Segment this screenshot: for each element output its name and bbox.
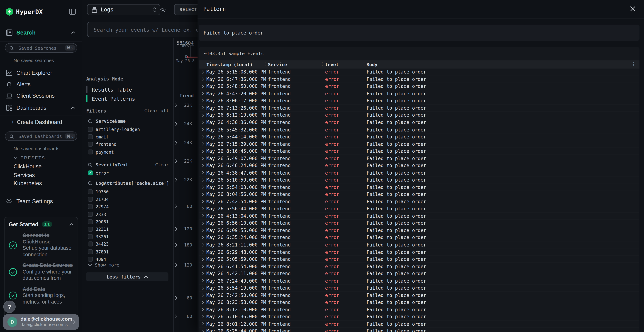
chevron-right-icon[interactable]	[174, 204, 178, 208]
row-expand-chevron-icon[interactable]	[198, 329, 206, 332]
filter-value-row[interactable]: 32311	[88, 226, 170, 233]
filter-value-row[interactable]: 2333	[88, 210, 170, 218]
checkbox[interactable]	[88, 127, 93, 132]
row-expand-chevron-icon[interactable]	[198, 228, 206, 232]
filter-value-row[interactable]: email	[88, 133, 170, 140]
sidebar-item-team-settings[interactable]: Team Settings	[0, 196, 82, 207]
checkbox[interactable]	[88, 190, 93, 194]
row-expand-chevron-icon[interactable]	[198, 163, 206, 168]
chevron-right-icon[interactable]	[174, 226, 178, 231]
table-row[interactable]: May 26 7:13:26.000 PM frontend error Fai…	[198, 105, 639, 112]
pattern-row[interactable]: 120	[174, 262, 198, 268]
row-expand-chevron-icon[interactable]	[198, 199, 206, 204]
table-row[interactable]: May 26 6:56:10.000 PM frontend error Fai…	[198, 220, 639, 227]
filter-value-row[interactable]: frontend	[88, 140, 170, 148]
pattern-row[interactable]: 22K	[174, 158, 198, 164]
pattern-row[interactable]: 60	[174, 294, 198, 301]
chevron-up-icon[interactable]	[71, 106, 76, 109]
table-row[interactable]: May 26 6:29:48.000 PM frontend error Fai…	[198, 249, 639, 256]
saved-searches-search[interactable]: ⌘K	[5, 43, 77, 52]
checkbox[interactable]	[88, 212, 93, 217]
table-row[interactable]: May 26 5:49:07.000 PM frontend error Fai…	[198, 155, 639, 162]
user-menu[interactable]: D dale@clickhouse.com dale@clickhouse.co…	[3, 314, 79, 330]
table-row[interactable]: May 26 8:01:12.000 PM frontend error Fai…	[198, 320, 639, 328]
chevron-right-icon[interactable]	[174, 140, 178, 145]
row-expand-chevron-icon[interactable]	[198, 300, 206, 305]
row-expand-chevron-icon[interactable]	[198, 70, 206, 74]
table-row[interactable]: May 26 5:54:03.000 PM frontend error Fai…	[198, 184, 639, 191]
row-expand-chevron-icon[interactable]	[198, 84, 206, 88]
filter-value-row[interactable]: 22974	[88, 203, 170, 210]
checkbox[interactable]	[88, 242, 93, 247]
chevron-right-icon[interactable]	[174, 121, 178, 126]
column-separator-icon[interactable]: ⋮	[263, 62, 267, 66]
table-row[interactable]: May 26 5:45:32.000 PM frontend error Fai…	[198, 126, 639, 133]
row-expand-chevron-icon[interactable]	[198, 134, 206, 139]
row-expand-chevron-icon[interactable]	[198, 242, 206, 247]
row-expand-chevron-icon[interactable]	[198, 185, 206, 190]
table-row[interactable]: May 26 7:42:54.000 PM frontend error Fai…	[198, 198, 639, 205]
table-row[interactable]: May 26 5:15:08.000 PM frontend error Fai…	[198, 68, 639, 76]
filter-value-row[interactable]: artillery-loadgen	[88, 126, 170, 133]
mode-results-table[interactable]: Results Table	[86, 85, 168, 94]
table-row[interactable]: May 26 8:23:58.000 PM frontend error Fai…	[198, 299, 639, 306]
row-expand-chevron-icon[interactable]	[198, 286, 206, 290]
checkbox[interactable]	[88, 204, 93, 209]
preset-clickhouse[interactable]: ClickHouse	[14, 164, 42, 170]
column-separator-icon[interactable]: ⋮	[362, 62, 366, 66]
source-select[interactable]: Logs	[87, 4, 160, 15]
pattern-row[interactable]: 22K	[174, 102, 198, 108]
row-expand-chevron-icon[interactable]	[198, 278, 206, 283]
filter-value-row[interactable]: 19350	[88, 188, 170, 196]
pattern-row[interactable]: 60	[174, 203, 198, 210]
table-row[interactable]: May 26 6:47:36.000 PM frontend error Fai…	[198, 76, 639, 83]
row-expand-chevron-icon[interactable]	[198, 142, 206, 146]
row-expand-chevron-icon[interactable]	[198, 170, 206, 175]
pattern-row[interactable]: 120	[174, 226, 198, 232]
sidebar-collapse-icon[interactable]	[69, 8, 76, 15]
clear-all-button[interactable]: Clear all	[144, 108, 169, 114]
table-row[interactable]: May 26 8:04:56.000 PM frontend error Fai…	[198, 191, 639, 198]
checkbox[interactable]	[88, 170, 93, 176]
chevron-right-icon[interactable]	[174, 314, 178, 318]
row-expand-chevron-icon[interactable]	[198, 106, 206, 110]
column-header-level[interactable]: level	[325, 62, 366, 67]
table-row[interactable]: May 26 4:42:11.000 PM frontend error Fai…	[198, 270, 639, 277]
table-row[interactable]: May 26 4:13:04.000 PM frontend error Fai…	[198, 212, 639, 220]
filter-value-row[interactable]: 29081	[88, 218, 170, 226]
checkbox[interactable]	[88, 234, 93, 239]
get-started-item[interactable]: Create Data Sources Configure where your…	[8, 262, 74, 282]
table-row[interactable]: May 26 5:54:19.000 PM frontend error Fai…	[198, 284, 639, 292]
preset-services[interactable]: Services	[14, 172, 35, 178]
row-expand-chevron-icon[interactable]	[198, 314, 206, 319]
row-expand-chevron-icon[interactable]	[198, 192, 206, 196]
row-expand-chevron-icon[interactable]	[198, 307, 206, 312]
chevron-right-icon[interactable]	[174, 177, 178, 182]
table-row[interactable]: May 26 4:38:47.000 PM frontend error Fai…	[198, 170, 639, 176]
row-expand-chevron-icon[interactable]	[198, 149, 206, 154]
table-row[interactable]: May 26 5:44:14.000 PM frontend error Fai…	[198, 134, 639, 140]
row-expand-chevron-icon[interactable]	[198, 206, 206, 211]
table-options-kebab-icon[interactable]: ⋮	[632, 62, 636, 67]
table-row[interactable]: May 26 5:48:50.000 PM frontend error Fai…	[198, 83, 639, 90]
chevron-right-icon[interactable]	[174, 242, 178, 247]
filter-value-row[interactable]: 4894	[88, 255, 170, 263]
pattern-row[interactable]: 24K	[174, 120, 198, 127]
get-started-item[interactable]: Add Data Start sending logs, metrics, or…	[8, 286, 74, 305]
table-row[interactable]: May 26 4:30:36.000 PM frontend error Fai…	[198, 119, 639, 126]
sidebar-item-search[interactable]: Search	[0, 27, 82, 38]
filter-value-row[interactable]: 21734	[88, 196, 170, 203]
row-expand-chevron-icon[interactable]	[198, 322, 206, 326]
row-expand-chevron-icon[interactable]	[198, 113, 206, 117]
filter-value-row[interactable]: 34423	[88, 240, 170, 248]
filter-value-row[interactable]: 33261	[88, 233, 170, 240]
column-header-service[interactable]: Service	[268, 62, 325, 67]
table-row[interactable]: May 26 7:24:49.000 PM frontend error Fai…	[198, 278, 639, 284]
table-row[interactable]: May 26 6:25:44.000 PM frontend error Fai…	[198, 328, 639, 332]
saved-searches-input[interactable]	[18, 44, 64, 52]
sidebar-item-alerts[interactable]: Alerts	[0, 78, 82, 90]
clear-severity-button[interactable]: Clear	[155, 162, 169, 168]
row-expand-chevron-icon[interactable]	[198, 293, 206, 298]
row-expand-chevron-icon[interactable]	[198, 221, 206, 226]
show-more-button[interactable]: Show more	[88, 262, 119, 268]
